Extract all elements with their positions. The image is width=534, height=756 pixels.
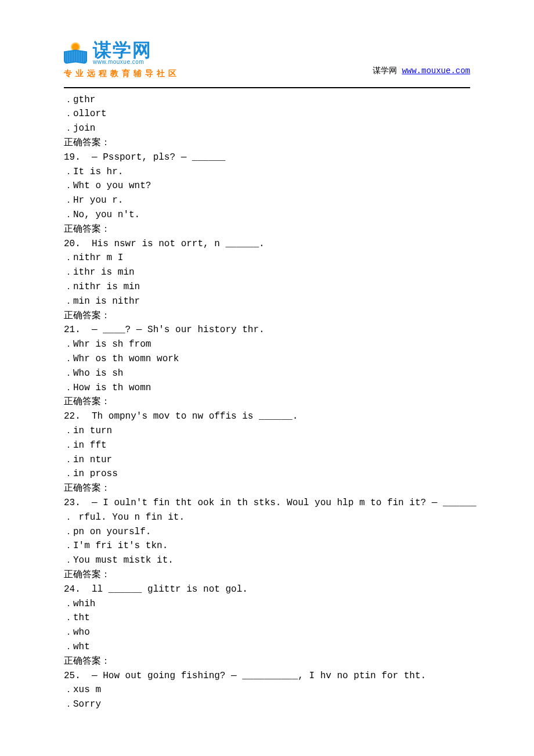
logo-icon	[64, 42, 87, 63]
text-line: 正确答案：	[64, 568, 470, 582]
text-line: 22. Th ompny's mov to nw offis is ______…	[64, 409, 470, 424]
text-line: ．in fft	[64, 438, 470, 453]
brand-tagline: 专业远程教育辅导社区	[64, 67, 180, 80]
text-line: ．It is hr.	[64, 165, 470, 179]
text-line: ．I'm fri it's tkn.	[64, 539, 470, 553]
text-line: ．Whr is sh from	[64, 337, 470, 352]
text-line: ．min is nithr	[64, 294, 470, 309]
text-line: ．in turn	[64, 424, 470, 438]
text-line: ．tht	[64, 611, 470, 625]
text-line: 正确答案：	[64, 136, 470, 150]
text-line: ．pn on yourslf.	[64, 525, 470, 539]
text-line: ．How is th womn	[64, 381, 470, 395]
text-line: 正确答案：	[64, 309, 470, 323]
text-line: ．nithr m I	[64, 251, 470, 265]
header-attribution: 谋学网 www.mouxue.com	[373, 65, 470, 80]
text-line: ．ithr is min	[64, 265, 470, 280]
text-line: 正确答案：	[64, 222, 470, 237]
text-line: ．ollort	[64, 107, 470, 121]
text-line: 24. ll ______ glittr is not gol.	[64, 582, 470, 597]
text-line: ．in pross	[64, 467, 470, 481]
document-body: ．gthr．ollort．join正确答案：19. — Pssport, pls…	[64, 93, 470, 712]
header-divider	[64, 87, 470, 88]
attribution-label: 谋学网	[373, 66, 397, 75]
text-line: ．Sorry	[64, 697, 470, 712]
text-line: ．No, you n't.	[64, 208, 470, 222]
text-line: ．nithr is min	[64, 280, 470, 294]
text-line: 正确答案：	[64, 654, 470, 669]
text-line: ．Who is sh	[64, 366, 470, 381]
page-header: 谋学网 www.mouxue.com 专业远程教育辅导社区 谋学网 www.mo…	[64, 41, 470, 80]
text-line: ．You must mistk it.	[64, 553, 470, 568]
text-line: ．xus m	[64, 683, 470, 697]
text-line: 21. — ____? — Sh's our history thr.	[64, 323, 470, 337]
brand-name: 谋学网	[93, 41, 152, 59]
text-line: ．wht	[64, 640, 470, 654]
text-line: ．Whr os th womn work	[64, 352, 470, 366]
text-line: 19. — Pssport, pls? — ______	[64, 150, 470, 165]
text-line: 25. — How out going fishing? — _________…	[64, 669, 470, 683]
text-line: ．Hr you r.	[64, 193, 470, 208]
text-line: 正确答案：	[64, 395, 470, 409]
text-line: ．gthr	[64, 93, 470, 107]
text-line: ．join	[64, 121, 470, 136]
text-line: ．in ntur	[64, 453, 470, 467]
text-line: ．Wht o you wnt?	[64, 179, 470, 193]
text-line: 20. His nswr is not orrt, n ______.	[64, 237, 470, 251]
text-line: ． rful. You n fin it.	[64, 510, 470, 525]
text-line: 正确答案：	[64, 481, 470, 496]
text-line: ．whih	[64, 597, 470, 611]
text-line: ．who	[64, 625, 470, 640]
attribution-link[interactable]: www.mouxue.com	[402, 66, 470, 75]
logo: 谋学网 www.mouxue.com 专业远程教育辅导社区	[64, 41, 180, 80]
brand-url-label: www.mouxue.com	[93, 59, 152, 65]
text-line: 23. — I ouln't fin tht ook in th stks. W…	[64, 496, 470, 510]
